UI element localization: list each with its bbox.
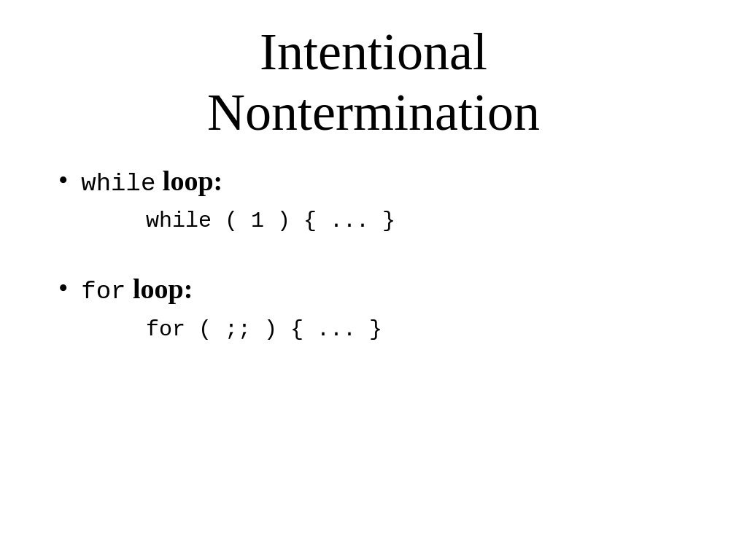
while-bullet-item: • while loop: [58, 165, 703, 199]
title-line2: Nontermination [207, 83, 540, 141]
slide: Intentional Nontermination • while loop:… [0, 0, 747, 560]
while-keyword: while [81, 170, 155, 198]
title-line1: Intentional [260, 23, 487, 81]
for-bullet-text: for loop: [81, 273, 193, 307]
slide-content: • while loop: while ( 1 ) { ... } • for … [44, 165, 703, 531]
for-bullet-dot: • [58, 274, 68, 302]
while-label: loop: [163, 166, 222, 196]
while-section: • while loop: while ( 1 ) { ... } [58, 165, 703, 259]
while-code-block: while ( 1 ) { ... } [146, 206, 703, 236]
slide-title: Intentional Nontermination [44, 22, 703, 143]
for-label: loop: [133, 273, 193, 304]
for-keyword: for [81, 278, 125, 306]
for-code-block: for ( ;; ) { ... } [146, 314, 703, 345]
while-bullet-dot: • [58, 166, 68, 194]
for-bullet-item: • for loop: [58, 273, 703, 307]
for-section: • for loop: for ( ;; ) { ... } [58, 273, 703, 367]
while-bullet-text: while loop: [81, 165, 222, 199]
